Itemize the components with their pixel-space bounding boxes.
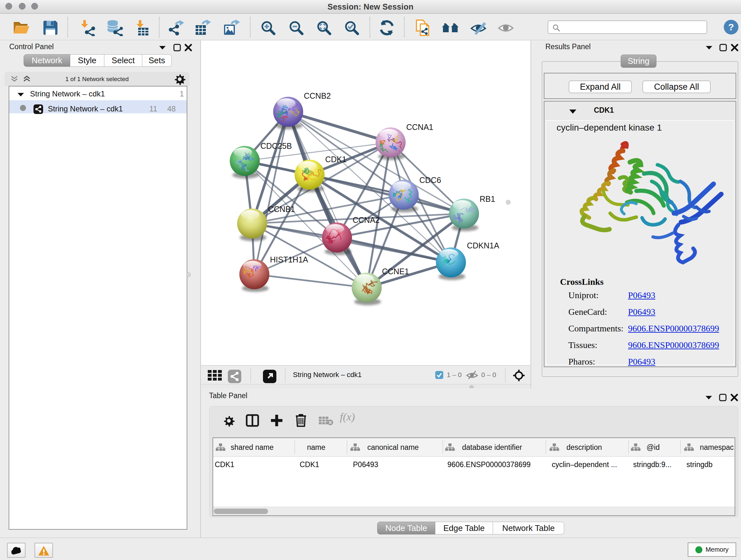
- svg-text:CDC6: CDC6: [419, 176, 441, 185]
- svg-text:CCNA1: CCNA1: [406, 123, 433, 132]
- svg-text:CDKN1A: CDKN1A: [467, 241, 499, 250]
- svg-text:?: ?: [728, 22, 734, 32]
- svg-text:CDK1: CDK1: [325, 155, 347, 164]
- svg-text:CCNA2: CCNA2: [353, 215, 380, 225]
- svg-text:CCNB1: CCNB1: [268, 205, 295, 213]
- svg-text:RB1: RB1: [480, 194, 495, 203]
- svg-text:CCNE1: CCNE1: [382, 267, 409, 276]
- svg-text:CDC25B: CDC25B: [260, 141, 292, 150]
- svg-text:HIST1H1A: HIST1H1A: [270, 255, 308, 264]
- svg-text:CCNB2: CCNB2: [304, 91, 331, 100]
